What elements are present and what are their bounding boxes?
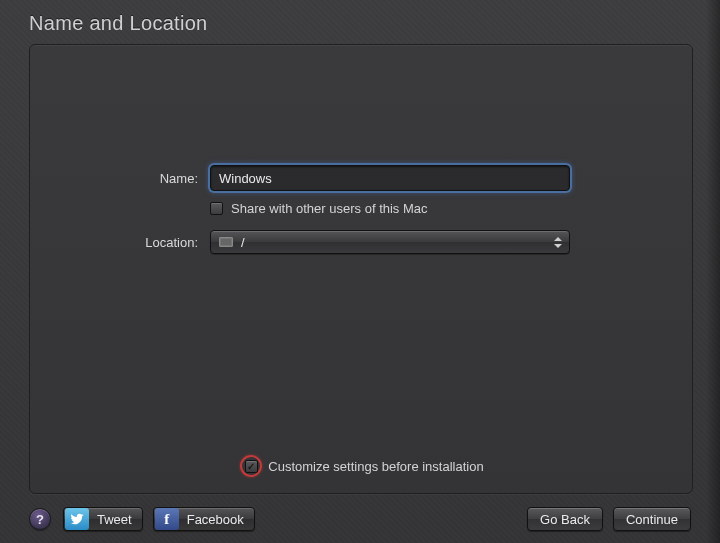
tweet-button[interactable]: Tweet <box>63 507 143 531</box>
name-row: Name: <box>30 165 692 191</box>
tweet-label: Tweet <box>97 512 132 527</box>
share-checkbox[interactable] <box>210 202 223 215</box>
location-row: Location: / <box>30 230 692 254</box>
customize-checkbox[interactable] <box>245 460 258 473</box>
facebook-button[interactable]: f Facebook <box>153 507 255 531</box>
page-title: Name and Location <box>29 12 208 35</box>
go-back-button[interactable]: Go Back <box>527 507 603 531</box>
customize-label: Customize settings before installation <box>268 459 483 474</box>
share-row: Share with other users of this Mac <box>210 201 692 216</box>
highlight-ring-icon <box>240 455 262 477</box>
form-area: Name: Share with other users of this Mac… <box>30 165 692 264</box>
name-input[interactable] <box>210 165 570 191</box>
facebook-label: Facebook <box>187 512 244 527</box>
location-label: Location: <box>30 235 210 250</box>
twitter-icon <box>65 508 89 530</box>
location-select[interactable]: / <box>210 230 570 254</box>
stepper-icon <box>551 233 565 251</box>
location-value: / <box>241 235 245 250</box>
facebook-icon: f <box>155 508 179 530</box>
help-button[interactable]: ? <box>29 508 51 530</box>
drive-icon <box>219 237 233 247</box>
main-panel: Name: Share with other users of this Mac… <box>29 44 693 494</box>
share-label: Share with other users of this Mac <box>231 201 428 216</box>
customize-row: Customize settings before installation <box>30 455 692 477</box>
continue-button[interactable]: Continue <box>613 507 691 531</box>
name-label: Name: <box>30 171 210 186</box>
footer-bar: ? Tweet f Facebook Go Back Continue <box>29 506 691 532</box>
